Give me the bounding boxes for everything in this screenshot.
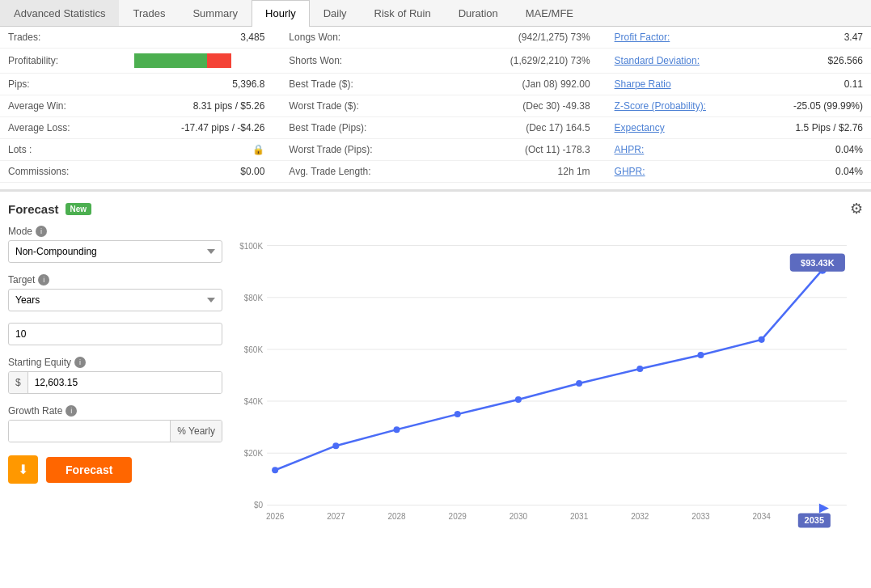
profit-factor-label[interactable]: Profit Factor:: [598, 27, 767, 49]
table-row: Commissions: $0.00 Avg. Trade Length: 12…: [0, 161, 871, 183]
tab-duration[interactable]: Duration: [445, 0, 512, 26]
trades-value: 3,485: [126, 27, 273, 49]
table-row: Trades: 3,485 Longs Won: (942/1,275) 73%…: [0, 27, 871, 49]
growth-wrapper: % Yearly: [8, 420, 222, 442]
table-row: Average Win: 8.31 pips / $5.26 Worst Tra…: [0, 95, 871, 117]
z-score-label[interactable]: Z-Score (Probability):: [598, 95, 767, 117]
y-label-80k: $80K: [244, 294, 264, 302]
ghpr-value: 0.04%: [766, 161, 871, 183]
target-label: Target i: [8, 274, 222, 286]
target-info-icon[interactable]: i: [38, 274, 49, 286]
commissions-label: Commissions:: [0, 161, 126, 183]
ahpr-value: 0.04%: [766, 139, 871, 161]
target-select[interactable]: Years: [8, 289, 222, 311]
tab-hourly[interactable]: Hourly: [252, 0, 310, 27]
y-label-60k: $60K: [244, 345, 264, 354]
expectancy-label[interactable]: Expectancy: [598, 117, 767, 139]
tooltip-text: $93.43K: [801, 258, 835, 268]
x-label-2032: 2032: [631, 512, 649, 521]
z-score-value: -25.05 (99.99%): [766, 95, 871, 117]
table-row: Lots : 🔒 Worst Trade (Pips): (Oct 11) -1…: [0, 139, 871, 161]
profit-factor-value: 3.47: [766, 27, 871, 49]
data-point-2028: [394, 426, 400, 433]
y-label-20k: $20K: [244, 449, 264, 458]
forecast-section: Forecast New ⚙ Mode i Non-Compounding Ta…: [0, 189, 871, 541]
tab-risk-of-ruin[interactable]: Risk of Ruin: [361, 0, 445, 26]
equity-prefix: $: [9, 372, 28, 393]
ghpr-label[interactable]: GHPR:: [598, 161, 767, 183]
mode-label: Mode i: [8, 226, 222, 237]
tab-mae-mfe[interactable]: MAE/MFE: [512, 0, 587, 26]
forecast-header: Forecast New ⚙: [8, 200, 863, 218]
commissions-value: $0.00: [126, 161, 273, 183]
best-trade-dollar-label: Best Trade ($):: [273, 74, 430, 95]
longs-won-value: (942/1,275) 73%: [430, 27, 598, 49]
data-point-2032: [636, 366, 643, 372]
tab-trades[interactable]: Trades: [119, 0, 179, 26]
profitability-bar: [134, 53, 231, 68]
std-dev-label[interactable]: Standard Deviation:: [598, 49, 767, 74]
x-label-2031: 2031: [570, 512, 589, 521]
chart-line: [275, 270, 822, 471]
data-point-2026: [272, 467, 278, 473]
tab-advanced-statistics[interactable]: Advanced Statistics: [0, 0, 119, 26]
table-row: Profitability: Shorts Won: (1,629/2,210)…: [0, 49, 871, 74]
expectancy-value: 1.5 Pips / $2.76: [766, 117, 871, 139]
equity-group: Starting Equity i $: [8, 357, 222, 394]
equity-wrapper: $: [8, 371, 222, 394]
equity-label: Starting Equity i: [8, 357, 222, 368]
forecast-title-text: Forecast: [8, 202, 59, 216]
profitability-bar-cell: [126, 49, 273, 74]
growth-suffix: % Yearly: [170, 421, 222, 442]
data-point-2031: [576, 380, 582, 387]
pips-label: Pips:: [0, 74, 126, 95]
settings-icon[interactable]: ⚙: [850, 200, 863, 218]
y-label-0: $0: [254, 501, 264, 510]
stats-table: Trades: 3,485 Longs Won: (942/1,275) 73%…: [0, 27, 871, 183]
x-label-2030: 2030: [509, 512, 528, 521]
equity-input[interactable]: [28, 372, 222, 393]
x-label-2026: 2026: [266, 512, 285, 521]
tab-daily[interactable]: Daily: [310, 0, 361, 26]
tab-summary[interactable]: Summary: [179, 0, 252, 26]
x-label-2027: 2027: [327, 512, 345, 521]
avg-trade-length-label: Avg. Trade Length:: [273, 161, 430, 183]
target-group: Target i Years: [8, 274, 222, 345]
pips-value: 5,396.8: [126, 74, 273, 95]
mode-info-icon[interactable]: i: [36, 226, 47, 237]
forecast-controls: Mode i Non-Compounding Target i Years: [8, 226, 222, 533]
forecast-actions: ⬇ Forecast: [8, 455, 222, 484]
sharpe-ratio-value: 0.11: [766, 74, 871, 95]
y-label-100k: $100K: [239, 242, 263, 251]
growth-info-icon[interactable]: i: [66, 405, 77, 417]
avg-win-value: 8.31 pips / $5.26: [126, 95, 273, 117]
worst-trade-dollar-value: (Dec 30) -49.38: [430, 95, 598, 117]
best-trade-dollar-value: (Jan 08) 992.00: [430, 74, 598, 95]
tab-bar: Advanced Statistics Trades Summary Hourl…: [0, 0, 871, 27]
mode-group: Mode i Non-Compounding: [8, 226, 222, 263]
best-trade-pips-value: (Dec 17) 164.5: [430, 117, 598, 139]
forecast-button[interactable]: Forecast: [46, 457, 132, 483]
chart-svg: $100K $80K $60K $40K $20K $0: [230, 226, 863, 533]
forecast-chart: $100K $80K $60K $40K $20K $0: [230, 226, 863, 533]
data-point-2033: [697, 352, 704, 358]
lock-icon: 🔒: [252, 144, 264, 155]
avg-win-label: Average Win:: [0, 95, 126, 117]
x-label-2029: 2029: [449, 512, 467, 521]
data-point-2027: [332, 442, 339, 449]
flag-year-text: 2035: [805, 515, 825, 525]
growth-input[interactable]: [9, 421, 170, 442]
table-row: Pips: 5,396.8 Best Trade ($): (Jan 08) 9…: [0, 74, 871, 95]
sharpe-ratio-label[interactable]: Sharpe Ratio: [598, 74, 767, 95]
x-label-2033: 2033: [691, 512, 710, 521]
ahpr-label[interactable]: AHPR:: [598, 139, 767, 161]
growth-label: Growth Rate i: [8, 405, 222, 417]
avg-trade-length-value: 12h 1m: [430, 161, 598, 183]
mode-select[interactable]: Non-Compounding: [8, 240, 222, 263]
table-row: Average Loss: -17.47 pips / -$4.26 Best …: [0, 117, 871, 139]
download-button[interactable]: ⬇: [8, 455, 38, 484]
x-label-2034: 2034: [753, 512, 772, 521]
equity-info-icon[interactable]: i: [74, 357, 86, 368]
target-number-input[interactable]: [8, 323, 222, 345]
worst-trade-pips-label: Worst Trade (Pips):: [273, 139, 430, 161]
